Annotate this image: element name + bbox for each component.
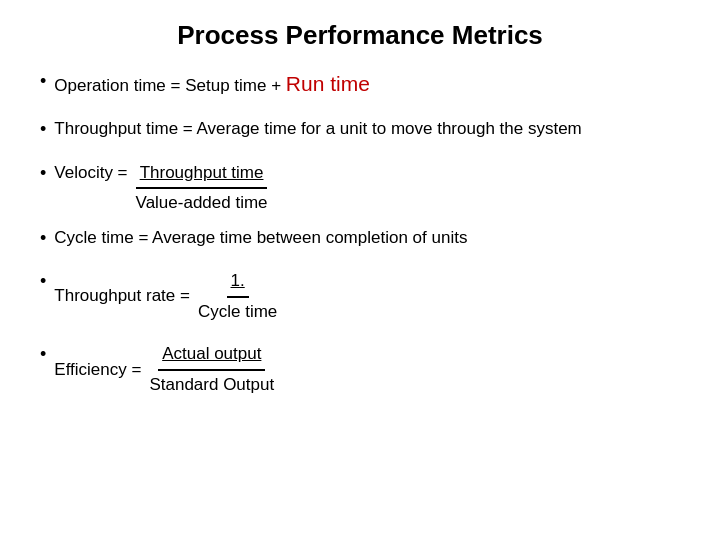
page-title: Process Performance Metrics [40, 20, 680, 51]
bullet-icon-5: • [40, 269, 46, 294]
efficiency-numerator: Actual output [158, 342, 265, 371]
throughput-rate-denominator: Cycle time [194, 298, 281, 325]
bullet-throughput-rate: • Throughput rate = 1. Cycle time [40, 269, 680, 324]
bullet-icon-3: • [40, 161, 46, 186]
bullet-operation-time: • Operation time = Setup time + Run time [40, 69, 680, 99]
throughput-rate-content: Throughput rate = 1. Cycle time [54, 269, 680, 324]
velocity-content: Velocity = Throughput time Value-added t… [54, 161, 680, 216]
bullet-icon-4: • [40, 226, 46, 251]
run-time-text: Run time [286, 72, 370, 95]
efficiency-line1: Efficiency = Actual output Standard Outp… [54, 342, 680, 397]
efficiency-fraction: Actual output Standard Output [145, 342, 278, 397]
bullet-cycle-time: • Cycle time = Average time between comp… [40, 226, 680, 251]
throughput-rate-fraction: 1. Cycle time [194, 269, 281, 324]
bullet-velocity: • Velocity = Throughput time Value-added… [40, 161, 680, 216]
velocity-numerator: Throughput time [136, 161, 268, 190]
bullet-icon-2: • [40, 117, 46, 142]
throughput-rate-line1: Throughput rate = 1. Cycle time [54, 269, 680, 324]
operation-time-content: Operation time = Setup time + Run time [54, 69, 680, 99]
cycle-time-content: Cycle time = Average time between comple… [54, 226, 680, 251]
efficiency-content: Efficiency = Actual output Standard Outp… [54, 342, 680, 397]
bullet-efficiency: • Efficiency = Actual output Standard Ou… [40, 342, 680, 397]
bullet-icon-6: • [40, 342, 46, 367]
efficiency-label: Efficiency = [54, 358, 141, 383]
velocity-fraction: Throughput time Value-added time [132, 161, 272, 216]
operation-time-label: Operation time = Setup time + [54, 76, 286, 95]
throughput-rate-label: Throughput rate = [54, 284, 190, 309]
throughput-rate-numerator: 1. [227, 269, 249, 298]
velocity-denominator: Value-added time [132, 189, 272, 216]
velocity-label-row: Velocity = Throughput time Value-added t… [54, 161, 680, 216]
bullet-throughput-time: • Throughput time = Average time for a u… [40, 117, 680, 142]
bullet-icon-1: • [40, 69, 46, 94]
page: Process Performance Metrics • Operation … [0, 0, 720, 540]
velocity-text: Velocity = [54, 161, 127, 186]
efficiency-denominator: Standard Output [145, 371, 278, 398]
throughput-time-content: Throughput time = Average time for a uni… [54, 117, 680, 142]
